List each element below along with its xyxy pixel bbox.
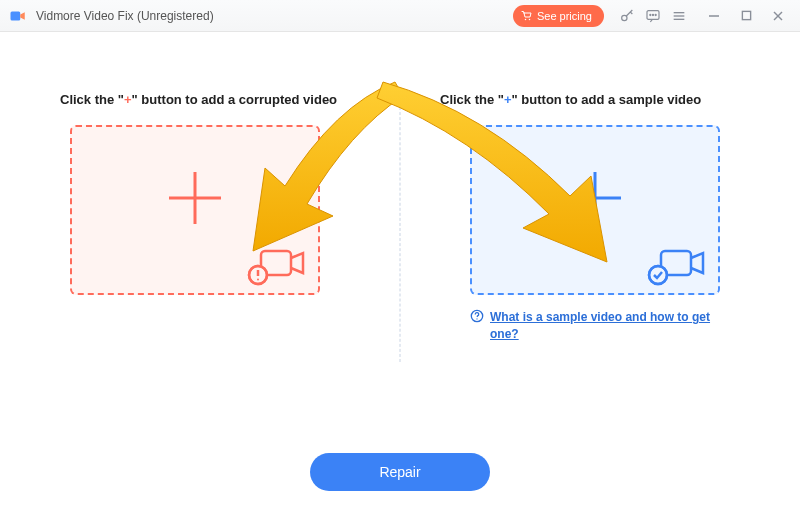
svg-point-5 xyxy=(650,14,651,15)
camera-error-icon xyxy=(246,245,306,287)
svg-rect-12 xyxy=(742,11,750,19)
svg-point-1 xyxy=(525,18,527,20)
svg-rect-0 xyxy=(11,11,21,20)
sample-video-label: Click the "+" button to add a sample vid… xyxy=(440,92,740,107)
plus-icon: + xyxy=(504,92,512,107)
add-corrupted-video-dropzone[interactable] xyxy=(70,125,320,295)
add-icon xyxy=(563,166,627,240)
main-content: Click the "+" button to add a corrupted … xyxy=(0,32,800,515)
key-icon[interactable] xyxy=(614,3,640,29)
maximize-button[interactable] xyxy=(732,3,760,29)
svg-point-2 xyxy=(529,18,531,20)
see-pricing-label: See pricing xyxy=(537,10,592,22)
repair-button[interactable]: Repair xyxy=(310,453,490,491)
app-title: Vidmore Video Fix (Unregistered) xyxy=(36,9,214,23)
svg-point-3 xyxy=(622,15,627,20)
add-sample-video-dropzone[interactable] xyxy=(470,125,720,295)
close-button[interactable] xyxy=(764,3,792,29)
camera-check-icon xyxy=(646,245,706,287)
corrupted-video-column: Click the "+" button to add a corrupted … xyxy=(60,92,360,295)
see-pricing-button[interactable]: See pricing xyxy=(513,5,604,27)
titlebar: Vidmore Video Fix (Unregistered) See pri… xyxy=(0,0,800,32)
svg-point-21 xyxy=(257,279,259,281)
cart-icon xyxy=(521,10,533,22)
feedback-icon[interactable] xyxy=(640,3,666,29)
svg-point-6 xyxy=(652,14,653,15)
vertical-divider xyxy=(400,102,401,362)
sample-video-help-link[interactable]: What is a sample video and how to get on… xyxy=(490,309,730,343)
corrupted-video-label: Click the "+" button to add a corrupted … xyxy=(60,92,360,107)
sample-video-column: Click the "+" button to add a sample vid… xyxy=(440,92,740,343)
svg-point-28 xyxy=(476,318,477,319)
help-icon xyxy=(470,309,484,327)
app-logo-icon xyxy=(8,6,28,26)
plus-icon: + xyxy=(124,92,132,107)
svg-point-7 xyxy=(655,14,656,15)
add-icon xyxy=(163,166,227,240)
minimize-button[interactable] xyxy=(700,3,728,29)
menu-icon[interactable] xyxy=(666,3,692,29)
